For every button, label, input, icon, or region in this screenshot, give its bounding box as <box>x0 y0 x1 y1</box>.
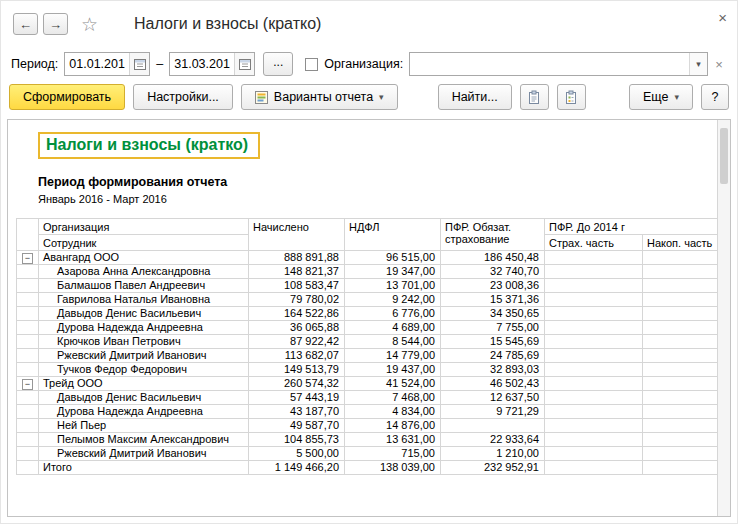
employee-cell[interactable]: Давыдов Денис Васильевич <box>39 391 249 405</box>
accum-cell[interactable] <box>643 433 718 447</box>
ndfl-cell[interactable]: 9 242,00 <box>345 293 441 307</box>
row-tree-margin[interactable]: − <box>17 377 39 391</box>
pfr-cell[interactable]: 1 210,00 <box>441 447 545 461</box>
insurance-cell[interactable] <box>545 335 643 349</box>
ndfl-cell[interactable]: 6 776,00 <box>345 307 441 321</box>
employee-cell[interactable]: Гаврилова Наталья Ивановна <box>39 293 249 307</box>
ndfl-cell[interactable]: 4 689,00 <box>345 321 441 335</box>
accum-cell[interactable] <box>643 335 718 349</box>
insurance-cell[interactable] <box>545 419 643 433</box>
ndfl-cell[interactable]: 4 834,00 <box>345 405 441 419</box>
organization-input[interactable] <box>410 53 689 75</box>
organization-clear-button[interactable]: × <box>711 53 727 75</box>
pfr-cell[interactable]: 34 350,65 <box>441 307 545 321</box>
pfr-cell[interactable]: 9 721,29 <box>441 405 545 419</box>
ndfl-cell[interactable]: 14 876,00 <box>345 419 441 433</box>
accum-cell[interactable] <box>643 461 718 475</box>
pfr-cell[interactable]: 7 755,00 <box>441 321 545 335</box>
period-from-calendar-button[interactable] <box>129 53 149 75</box>
report-section-period[interactable]: Январь 2016 - Март 2016 <box>38 193 717 205</box>
accum-cell[interactable] <box>643 363 718 377</box>
collapse-group-icon[interactable]: − <box>22 253 33 264</box>
organization-cell[interactable]: Авангард ООО <box>39 251 249 265</box>
accrued-header[interactable]: Начислено <box>249 219 345 251</box>
insurance-cell[interactable] <box>545 405 643 419</box>
insurance-cell[interactable] <box>545 447 643 461</box>
employee-cell[interactable]: Дурова Надежда Андреевна <box>39 321 249 335</box>
insurance-cell[interactable] <box>545 461 643 475</box>
insurance-cell[interactable] <box>545 349 643 363</box>
pfr-cell[interactable]: 32 893,03 <box>441 363 545 377</box>
pfr-cell[interactable]: 15 545,69 <box>441 335 545 349</box>
ndfl-cell[interactable]: 8 544,00 <box>345 335 441 349</box>
accrued-cell[interactable]: 49 587,70 <box>249 419 345 433</box>
employee-row[interactable]: Гаврилова Наталья Ивановна79 780,029 242… <box>17 293 718 307</box>
employee-row[interactable]: Дурова Надежда Андреевна36 065,884 689,0… <box>17 321 718 335</box>
insurance-cell[interactable] <box>545 307 643 321</box>
accrued-cell[interactable]: 260 574,32 <box>249 377 345 391</box>
accrued-cell[interactable]: 57 443,19 <box>249 391 345 405</box>
accum-cell[interactable] <box>643 447 718 461</box>
insurance-cell[interactable] <box>545 377 643 391</box>
accum-cell[interactable] <box>643 293 718 307</box>
report-section-header[interactable]: Период формирования отчета <box>38 175 717 189</box>
help-button[interactable]: ? <box>701 84 729 110</box>
insurance-cell[interactable] <box>545 433 643 447</box>
employee-row[interactable]: Ржевский Дмитрий Иванович113 682,0714 77… <box>17 349 718 363</box>
employee-row[interactable]: Азарова Анна Александровна148 821,3719 3… <box>17 265 718 279</box>
employee-row[interactable]: Пелымов Максим Александрович104 855,7313… <box>17 433 718 447</box>
pfr-cell[interactable] <box>441 419 545 433</box>
insurance-cell[interactable] <box>545 265 643 279</box>
ndfl-cell[interactable]: 13 631,00 <box>345 433 441 447</box>
employee-cell[interactable]: Ржевский Дмитрий Иванович <box>39 447 249 461</box>
organization-cell[interactable]: Трейд ООО <box>39 377 249 391</box>
accrued-cell[interactable]: 1 149 466,20 <box>249 461 345 475</box>
accumulative-part-header[interactable]: Накоп. часть <box>643 235 718 251</box>
employee-row[interactable]: Тучков Федор Федорович149 513,7919 437,0… <box>17 363 718 377</box>
insurance-cell[interactable] <box>545 293 643 307</box>
accrued-cell[interactable]: 79 780,02 <box>249 293 345 307</box>
accum-cell[interactable] <box>643 377 718 391</box>
ndfl-cell[interactable]: 14 779,00 <box>345 349 441 363</box>
pfr-cell[interactable]: 232 952,91 <box>441 461 545 475</box>
employee-cell[interactable]: Ней Пьер <box>39 419 249 433</box>
report-variants-button[interactable]: Варианты отчета ▾ <box>241 84 398 110</box>
generate-button[interactable]: Сформировать <box>9 84 125 110</box>
employee-cell[interactable]: Ржевский Дмитрий Иванович <box>39 349 249 363</box>
ndfl-cell[interactable]: 96 515,00 <box>345 251 441 265</box>
accum-cell[interactable] <box>643 279 718 293</box>
employee-cell[interactable]: Дурова Надежда Андреевна <box>39 405 249 419</box>
accum-cell[interactable] <box>643 419 718 433</box>
period-to-calendar-button[interactable] <box>234 53 254 75</box>
insurance-cell[interactable] <box>545 251 643 265</box>
group-row[interactable]: −Авангард ООО888 891,8896 515,00186 450,… <box>17 251 718 265</box>
ndfl-cell[interactable]: 19 347,00 <box>345 265 441 279</box>
accrued-cell[interactable]: 43 187,70 <box>249 405 345 419</box>
accum-cell[interactable] <box>643 349 718 363</box>
organization-dropdown-button[interactable]: ▾ <box>689 53 707 75</box>
employee-row[interactable]: Балмашов Павел Андреевич108 583,4713 701… <box>17 279 718 293</box>
insurance-cell[interactable] <box>545 279 643 293</box>
accum-cell[interactable] <box>643 265 718 279</box>
scrollbar-thumb[interactable] <box>720 128 728 184</box>
back-button[interactable]: ← <box>13 13 38 35</box>
organization-checkbox[interactable] <box>305 58 318 71</box>
pfr-insurance-header[interactable]: ПФР. Обязат. страхование <box>441 219 545 251</box>
accum-cell[interactable] <box>643 321 718 335</box>
pfr-cell[interactable]: 186 450,48 <box>441 251 545 265</box>
ndfl-cell[interactable]: 13 701,00 <box>345 279 441 293</box>
accrued-cell[interactable]: 888 891,88 <box>249 251 345 265</box>
employee-row[interactable]: Крючков Иван Петрович87 922,428 544,0015… <box>17 335 718 349</box>
accum-cell[interactable] <box>643 391 718 405</box>
settings-button[interactable]: Настройки... <box>133 84 233 110</box>
ndfl-cell[interactable]: 715,00 <box>345 447 441 461</box>
employee-row[interactable]: Давыдов Денис Васильевич164 522,866 776,… <box>17 307 718 321</box>
organization-header[interactable]: Организация <box>39 219 249 235</box>
accrued-cell[interactable]: 108 583,47 <box>249 279 345 293</box>
accrued-cell[interactable]: 104 855,73 <box>249 433 345 447</box>
ndfl-cell[interactable]: 138 039,00 <box>345 461 441 475</box>
ndfl-header[interactable]: НДФЛ <box>345 219 441 251</box>
employee-cell[interactable]: Тучков Федор Федорович <box>39 363 249 377</box>
accrued-cell[interactable]: 5 500,00 <box>249 447 345 461</box>
accum-cell[interactable] <box>643 405 718 419</box>
